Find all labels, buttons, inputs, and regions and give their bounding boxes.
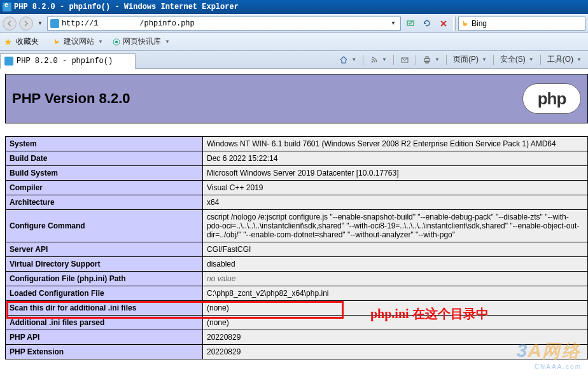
search-box[interactable] bbox=[458, 17, 585, 31]
chevron-down-icon: ▼ bbox=[98, 39, 103, 45]
mail-button[interactable] bbox=[398, 54, 412, 66]
phpinfo-row: Architecturex64 bbox=[6, 195, 588, 210]
back-button[interactable] bbox=[3, 17, 17, 31]
phpinfo-key: Build System bbox=[6, 166, 203, 181]
webslice-icon bbox=[112, 38, 121, 46]
phpinfo-value: 20220829 bbox=[203, 330, 588, 345]
phpinfo-row: Scan this dir for additional .ini files(… bbox=[6, 301, 588, 316]
phpinfo-value: Windows NT WIN- 6.1 build 7601 (Windows … bbox=[203, 137, 588, 151]
phpinfo-row: Configure Commandcscript /nologo /e:jscr… bbox=[6, 210, 588, 242]
phpinfo-row: Build SystemMicrosoft Windows Server 201… bbox=[6, 166, 588, 181]
phpinfo-header: PHP Version 8.2.0 php bbox=[5, 74, 588, 123]
phpinfo-key: Architecture bbox=[6, 195, 203, 210]
phpinfo-value: cscript /nologo /e:jscript configure.js … bbox=[203, 210, 588, 242]
favlink-suggested[interactable]: 建议网站 ▼ bbox=[50, 35, 106, 48]
ie-icon bbox=[3, 3, 11, 11]
phpinfo-key: Compiler bbox=[6, 181, 203, 195]
toolbar-splitter bbox=[453, 17, 456, 31]
phpinfo-key: Scan this dir for additional .ini files bbox=[6, 301, 203, 316]
phpinfo-value: Visual C++ 2019 bbox=[203, 181, 588, 195]
address-input[interactable] bbox=[62, 19, 389, 28]
home-button[interactable]: ▼ bbox=[337, 54, 359, 66]
bing-icon bbox=[461, 20, 469, 27]
chevron-down-icon: ▼ bbox=[165, 39, 170, 45]
annotation-text: php.ini 在这个目录中 bbox=[370, 305, 489, 323]
phpinfo-row: Loaded Configuration FileC:\php8_zcnt_v2… bbox=[6, 286, 588, 301]
window-titlebar: PHP 8.2.0 - phpinfo() - Windows Internet… bbox=[0, 0, 588, 14]
phpinfo-key: Server API bbox=[6, 242, 203, 257]
phpinfo-table: SystemWindows NT WIN- 6.1 build 7601 (Wi… bbox=[5, 136, 588, 359]
phpinfo-key: Build Date bbox=[6, 151, 203, 166]
phpinfo-key: Configuration File (php.ini) Path bbox=[6, 272, 203, 286]
phpinfo-value: no value bbox=[203, 272, 588, 286]
favorites-star-icon[interactable]: ★ bbox=[4, 36, 12, 48]
phpinfo-key: Loaded Configuration File bbox=[6, 286, 203, 301]
phpinfo-key: System bbox=[6, 137, 203, 151]
phpinfo-value: Microsoft Windows Server 2019 Datacenter… bbox=[203, 166, 588, 181]
page-content: PHP Version 8.2.0 php SystemWindows NT W… bbox=[0, 69, 588, 383]
page-menu[interactable]: 页面(P) ▼ bbox=[451, 53, 489, 66]
phpinfo-row: Build DateDec 6 2022 15:22:14 bbox=[6, 151, 588, 166]
phpinfo-heading: PHP Version 8.2.0 bbox=[12, 90, 130, 107]
phpinfo-row: PHP API20220829 bbox=[6, 330, 588, 345]
page-icon bbox=[50, 19, 59, 28]
tools-menu[interactable]: 工具(O) ▼ bbox=[545, 53, 584, 66]
phpinfo-row: SystemWindows NT WIN- 6.1 build 7601 (Wi… bbox=[6, 137, 588, 151]
favorites-label[interactable]: 收藏夹 bbox=[16, 36, 39, 47]
forward-button[interactable] bbox=[19, 17, 33, 31]
search-input[interactable] bbox=[472, 19, 582, 28]
safety-menu[interactable]: 安全(S) ▼ bbox=[498, 53, 536, 66]
ie-icon bbox=[4, 57, 13, 66]
page-tab[interactable]: PHP 8.2.0 - phpinfo() bbox=[0, 53, 136, 69]
svg-rect-6 bbox=[426, 57, 428, 59]
bing-icon bbox=[53, 38, 62, 46]
address-bar[interactable]: ▼ bbox=[47, 17, 401, 31]
favlink-webslice[interactable]: 网页快讯库 ▼ bbox=[109, 35, 172, 48]
nav-history-dropdown[interactable]: ▼ bbox=[36, 20, 45, 26]
phpinfo-row: Additional .ini files parsed(none) bbox=[6, 316, 588, 330]
stop-button[interactable] bbox=[437, 17, 451, 31]
phpinfo-key: Configure Command bbox=[6, 210, 203, 242]
phpinfo-value: Dec 6 2022 15:22:14 bbox=[203, 151, 588, 166]
svg-point-3 bbox=[372, 60, 374, 62]
address-toolbar: ▼ ▼ bbox=[0, 14, 588, 33]
favorites-bar: ★ 收藏夹 建议网站 ▼ 网页快讯库 ▼ bbox=[0, 33, 588, 51]
phpinfo-row: CompilerVisual C++ 2019 bbox=[6, 181, 588, 195]
tab-title: PHP 8.2.0 - phpinfo() bbox=[17, 57, 113, 66]
phpinfo-key: PHP Extension bbox=[6, 345, 203, 359]
phpinfo-value: CGI/FastCGI bbox=[203, 242, 588, 257]
address-dropdown[interactable]: ▼ bbox=[389, 20, 398, 26]
phpinfo-value: 20220829 bbox=[203, 345, 588, 359]
phpinfo-value: x64 bbox=[203, 195, 588, 210]
php-logo: php bbox=[522, 83, 581, 114]
phpinfo-row: Server APICGI/FastCGI bbox=[6, 242, 588, 257]
phpinfo-value: C:\php8_zcnt_v2\php82_x64\php.ini bbox=[203, 286, 588, 301]
phpinfo-value: disabled bbox=[203, 257, 588, 272]
phpinfo-key: PHP API bbox=[6, 330, 203, 345]
svg-rect-2 bbox=[115, 41, 118, 43]
phpinfo-row: PHP Extension20220829 bbox=[6, 345, 588, 359]
phpinfo-row: Virtual Directory Supportdisabled bbox=[6, 257, 588, 272]
refresh-button[interactable] bbox=[420, 17, 434, 31]
compat-button[interactable] bbox=[403, 17, 417, 31]
command-bar: ▼ ▼ ▼ 页面(P) ▼ 安全(S) ▼ 工具(O) ▼ bbox=[337, 53, 584, 66]
print-button[interactable]: ▼ bbox=[420, 54, 442, 66]
phpinfo-key: Additional .ini files parsed bbox=[6, 316, 203, 330]
tab-bar: PHP 8.2.0 - phpinfo() ▼ ▼ ▼ 页面(P) ▼ 安全(S… bbox=[0, 51, 588, 69]
feeds-button[interactable]: ▼ bbox=[367, 54, 389, 66]
phpinfo-row: Configuration File (php.ini) Pathno valu… bbox=[6, 272, 588, 286]
phpinfo-key: Virtual Directory Support bbox=[6, 257, 203, 272]
window-title: PHP 8.2.0 - phpinfo() - Windows Internet… bbox=[14, 3, 239, 11]
